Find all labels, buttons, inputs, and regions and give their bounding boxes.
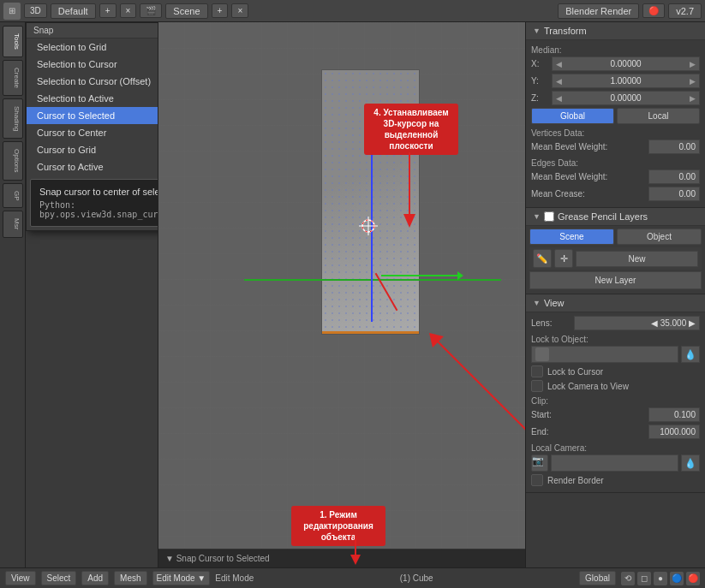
mean-crease-value[interactable]: 0.00 — [648, 187, 700, 201]
edges-bevel-row: Mean Bevel Weight: 0.00 — [531, 169, 700, 184]
mean-bevel-row: Mean Bevel Weight: 0.00 — [531, 140, 700, 154]
render-engine[interactable]: Blender Render — [558, 3, 639, 19]
scene-name: Scene — [165, 3, 207, 19]
sidebar-tab-measure[interactable]: Msr — [3, 211, 23, 237]
mean-crease-label: Mean Crease: — [531, 189, 647, 199]
snap-item-2[interactable]: Selection to Cursor (Offset) — [27, 73, 158, 90]
render-icon[interactable]: 🔴 — [642, 3, 665, 18]
sidebar-tab-grease[interactable]: GP — [3, 183, 23, 209]
sidebar-tab-tools[interactable]: Tools — [3, 26, 23, 57]
move-arrow-x — [381, 275, 458, 276]
snap-tooltip-title: Snap cursor to center of selected item(s… — [39, 187, 158, 197]
scene-title: Default — [51, 3, 96, 19]
field-y: Y: ◀ 1.00000 ▶ — [531, 74, 700, 88]
snap-item-1[interactable]: Selection to Cursor — [27, 56, 158, 73]
lock-camera-checkbox[interactable] — [531, 380, 543, 392]
add-menu[interactable]: Add — [81, 571, 109, 585]
sidebar-tab-create[interactable]: Create — [3, 60, 23, 96]
gp-checkbox[interactable] — [544, 211, 554, 222]
z-value[interactable]: ◀ 0.00000 ▶ — [552, 91, 700, 105]
y-value[interactable]: ◀ 1.00000 ▶ — [552, 74, 700, 88]
x-right-arrow: ▶ — [690, 60, 696, 68]
render-border-label: Render Border — [547, 476, 604, 485]
gp-btn-object[interactable]: Object — [617, 229, 702, 245]
wireframe-icon[interactable]: ◻ — [637, 572, 651, 585]
view-title: View — [544, 298, 565, 308]
snap-tooltip-code: Python: bpy.ops.view3d.snap_cursor_to_se… — [39, 200, 158, 219]
mode-select[interactable]: Edit Mode ▼ — [152, 571, 211, 585]
scene-plus[interactable]: + — [212, 3, 229, 18]
snap-status-bar: ▼ Snap Cursor to Selected — [158, 549, 525, 567]
mean-bevel-value[interactable]: 0.00 — [648, 140, 700, 154]
snap-item-cursor-center[interactable]: Cursor to Center — [27, 124, 158, 141]
gp-pencil-icon[interactable]: ✏️ — [533, 249, 552, 268]
gp-panel-header[interactable]: ▼ Grease Pencil Layers — [526, 208, 705, 226]
version-label: v2.7 — [668, 3, 702, 19]
local-camera-eyedrop[interactable]: 💧 — [681, 454, 700, 472]
object-label: (1) Cube — [400, 573, 433, 583]
scene-x[interactable]: × — [231, 3, 248, 18]
sidebar-tab-options[interactable]: Options — [3, 141, 23, 181]
scene-icon-btn[interactable]: 🎬 — [140, 3, 162, 18]
select-menu[interactable]: Select — [41, 571, 77, 585]
gp-panel: ▼ Grease Pencil Layers Scene Object ✏️ ✛… — [526, 208, 705, 294]
blender-icon[interactable]: ⊞ — [3, 3, 21, 20]
global-btn[interactable]: Global — [579, 571, 616, 585]
sidebar-tab-shading[interactable]: Shading — [3, 98, 23, 139]
transform-panel-header[interactable]: ▼ Transform — [526, 22, 705, 40]
mode-label-display: Edit Mode — [215, 573, 254, 583]
render-border-checkbox[interactable] — [531, 474, 543, 486]
render-preview-icon[interactable]: 🔴 — [686, 572, 700, 585]
view-section: Lens: ◀ 35.000 ▶ Lock to Object: 💧 — [526, 312, 705, 493]
x-left-arrow: ◀ — [556, 60, 562, 68]
snap-item-3[interactable]: Selection to Active — [27, 90, 158, 107]
edges-label: Edges Data: — [531, 157, 700, 169]
local-camera-field[interactable] — [551, 454, 678, 472]
close-scene-btn[interactable]: × — [120, 3, 137, 18]
clip-end-value[interactable]: 1000.000 — [648, 425, 700, 439]
gp-toolbar: ✏️ ✛ New — [529, 247, 702, 270]
snap-item-cursor-selected[interactable]: Cursor to Selected — [27, 107, 158, 124]
btn-global[interactable]: Global — [531, 108, 614, 124]
eyedropper-btn[interactable]: 💧 — [681, 346, 700, 363]
view-menu[interactable]: View — [5, 571, 36, 585]
y-val: 1.00000 — [610, 76, 641, 86]
global-local-row: Global Local — [531, 108, 700, 124]
perspective-icon[interactable]: ⟲ — [621, 572, 635, 585]
gp-btn-scene[interactable]: Scene — [529, 229, 614, 245]
scene-btn[interactable]: + — [99, 3, 117, 18]
btn-local[interactable]: Local — [617, 108, 700, 124]
cursor-3d — [359, 217, 378, 235]
snap-item-0[interactable]: Selection to Grid — [27, 39, 158, 56]
solid-icon[interactable]: ● — [654, 572, 667, 585]
mesh-menu[interactable]: Mesh — [114, 571, 146, 585]
vertices-label: Vertices Data: — [531, 127, 700, 140]
z-val: 0.00000 — [610, 93, 641, 103]
edges-bevel-value[interactable]: 0.00 — [648, 169, 700, 184]
lock-camera-label: Lock Camera to View — [547, 382, 629, 391]
snap-item-cursor-grid[interactable]: Cursor to Grid — [27, 141, 158, 158]
z-left-arrow: ◀ — [556, 94, 562, 103]
gp-plus-icon[interactable]: ✛ — [554, 249, 573, 268]
editor-type-btn[interactable]: 3D — [24, 3, 47, 18]
transform-section: Median: X: ◀ 0.00000 ▶ Y: ◀ 1.00000 ▶ Z: — [526, 40, 705, 208]
y-label: Y: — [531, 76, 552, 86]
snap-item-cursor-active[interactable]: Cursor to Active — [27, 158, 158, 175]
snap-menu: Snap Selection to Grid Selection to Curs… — [26, 22, 158, 231]
clip-start-value[interactable]: 0.100 — [648, 407, 700, 422]
viewport[interactable]: 4. Устанавливаем 3D-курсор на выделенной… — [158, 22, 525, 567]
svg-marker-5 — [403, 214, 415, 228]
lock-object-label: Lock to Object: — [531, 333, 700, 346]
lock-cursor-checkbox[interactable] — [531, 365, 543, 377]
clip-start-label: Start: — [531, 410, 647, 419]
view-panel-header[interactable]: ▼ View — [526, 294, 705, 312]
lock-object-field[interactable] — [531, 346, 678, 363]
gp-new-layer-btn[interactable]: New Layer — [529, 271, 702, 289]
gp-new-btn[interactable]: New — [576, 251, 698, 267]
material-icon[interactable]: 🔵 — [670, 572, 684, 585]
gp-title: Grease Pencil Layers — [558, 211, 648, 222]
x-label: X: — [531, 59, 552, 68]
lens-value[interactable]: ◀ 35.000 ▶ — [574, 316, 700, 330]
local-camera-icon[interactable]: 📷 — [531, 454, 548, 472]
x-value[interactable]: ◀ 0.00000 ▶ — [552, 56, 700, 71]
